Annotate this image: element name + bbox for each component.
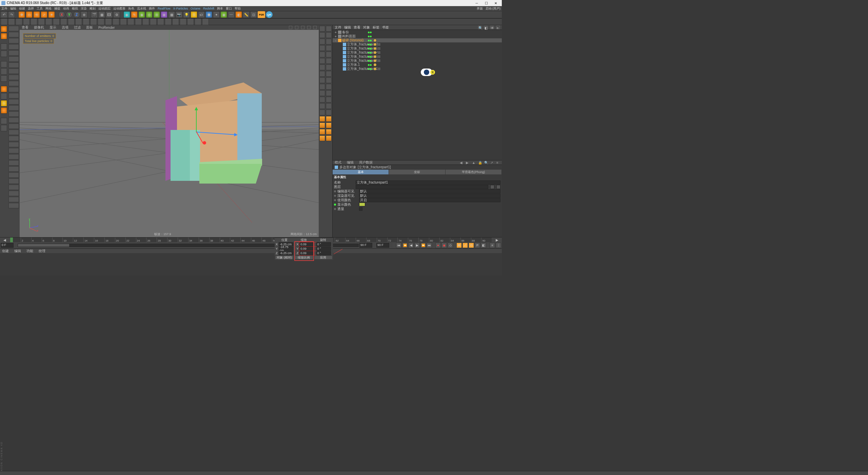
objmgr-menu-item[interactable]: 书签 xyxy=(382,25,389,30)
toolbar-button[interactable] xyxy=(319,77,325,83)
world-axis-button[interactable]: ⊕ xyxy=(81,11,87,18)
toolbar-button[interactable] xyxy=(8,69,19,74)
display-color-swatch[interactable] xyxy=(359,203,365,206)
new-window-icon[interactable]: ↗ xyxy=(490,161,494,164)
layout-dropdown[interactable]: 启动 (用户) xyxy=(486,6,501,11)
toolbar-button[interactable] xyxy=(319,52,325,57)
toolbar-button[interactable] xyxy=(319,32,325,38)
name-field[interactable]: 立方体_fracturepart1 xyxy=(356,180,500,185)
toolbar-button[interactable] xyxy=(195,18,201,25)
toolbar-button[interactable] xyxy=(8,111,19,117)
tree-toggle[interactable]: - xyxy=(334,39,337,42)
toolbar-button[interactable] xyxy=(326,64,332,70)
make-editable-button[interactable] xyxy=(1,26,7,32)
toolbar-button[interactable] xyxy=(202,18,209,25)
toolbar-button[interactable] xyxy=(83,18,90,25)
phong-tag-icon[interactable] xyxy=(373,43,377,46)
scale-tool[interactable]: ⤢ xyxy=(41,11,47,18)
rotate-tool[interactable]: ⟲ xyxy=(33,11,40,18)
viewport-menu-item[interactable]: 过滤 xyxy=(74,25,81,30)
play-back-button[interactable]: ◀ xyxy=(408,243,414,248)
snap-toggle[interactable]: ⊡ xyxy=(250,11,257,18)
viewport-menu-item[interactable]: 摄像机 xyxy=(34,25,44,30)
material-manager[interactable] xyxy=(0,253,502,276)
toolbar-button[interactable] xyxy=(326,71,332,77)
toolbar-button[interactable] xyxy=(157,18,164,25)
measure-button[interactable]: 📏 xyxy=(243,11,250,18)
toolbar-button[interactable] xyxy=(8,166,19,172)
menu-item-plugin[interactable]: RealFlow xyxy=(158,7,171,10)
toolbar-button[interactable] xyxy=(319,39,325,44)
timeline-playhead[interactable] xyxy=(10,238,13,242)
select-tool[interactable]: ▭ xyxy=(26,11,33,18)
minimize-button[interactable]: ─ xyxy=(472,0,481,6)
tag-button[interactable]: 🏷 xyxy=(198,11,205,18)
xray-checkbox[interactable] xyxy=(359,207,362,211)
toolbar-button[interactable] xyxy=(180,18,186,25)
toolbar-button[interactable] xyxy=(8,50,19,56)
scene-object-cube[interactable] xyxy=(165,82,267,181)
layer-prev-button[interactable] xyxy=(490,185,494,189)
viewport-menu-item[interactable]: 查看 xyxy=(22,25,28,30)
menu-item-plugin[interactable]: Redshift xyxy=(203,7,214,10)
menu-item-plugin[interactable]: Octane xyxy=(191,7,200,10)
toolbar-button[interactable] xyxy=(172,18,179,25)
matmgr-menu-item[interactable]: 纹理 xyxy=(39,249,45,253)
toolbar-button[interactable] xyxy=(8,172,19,178)
coord-apply-button[interactable]: 应用 xyxy=(314,255,333,260)
ruler-end[interactable]: ▶ xyxy=(492,238,502,242)
coord-rot-field[interactable]: 0 ° xyxy=(316,251,331,255)
uvw-tag-icon[interactable] xyxy=(377,59,381,62)
toolbar-button[interactable] xyxy=(31,18,37,25)
toolbar-button[interactable] xyxy=(326,84,332,90)
spinner[interactable] xyxy=(373,243,376,248)
render-pv-button[interactable]: 🎞 xyxy=(106,11,113,18)
toolbar-button[interactable] xyxy=(326,26,332,32)
menu-item[interactable]: 文件 xyxy=(1,6,7,11)
attr-tab[interactable]: 平滑着色(Phong) xyxy=(446,170,502,174)
play-button[interactable]: ▶ xyxy=(414,243,420,248)
toolbar-button[interactable] xyxy=(8,178,19,184)
model-mode-button[interactable] xyxy=(1,33,7,39)
viewport-maximize-button[interactable] xyxy=(313,26,317,29)
toolbar-button[interactable] xyxy=(23,18,30,25)
coord-scalemode-dropdown[interactable]: 缩放比例 xyxy=(294,255,313,260)
toolbar-button[interactable] xyxy=(8,18,15,25)
axis-mode-button[interactable] xyxy=(1,86,7,92)
key-rot-button[interactable]: ⟲ xyxy=(469,243,474,248)
viewport-nav-button[interactable] xyxy=(295,26,298,29)
toolbar-button[interactable] xyxy=(8,75,19,80)
uvw-tag-icon[interactable] xyxy=(377,43,381,46)
toolbar-button[interactable] xyxy=(135,18,142,25)
eye-icon[interactable]: 👁 xyxy=(490,26,494,29)
poly-mode-button[interactable] xyxy=(1,75,7,82)
tree-toggle[interactable]: + xyxy=(334,31,337,34)
redo-button[interactable]: ↷ xyxy=(8,11,15,18)
texture-mode-button[interactable] xyxy=(1,43,7,50)
spinner[interactable] xyxy=(390,243,393,248)
toolbar-button[interactable] xyxy=(319,103,325,109)
timeline-options-button[interactable]: ⋮ xyxy=(496,243,501,248)
toolbar-button[interactable] xyxy=(8,203,19,208)
toolbar-button[interactable] xyxy=(319,90,325,96)
timeline-options-button[interactable]: ≡ xyxy=(490,243,495,248)
spinner[interactable] xyxy=(14,243,17,248)
attrmgr-menu-item[interactable]: 模式 xyxy=(335,160,341,165)
phong-tag-icon[interactable] xyxy=(373,51,377,54)
workplane-mode-button[interactable] xyxy=(1,51,7,57)
toolbar-button[interactable] xyxy=(8,105,19,111)
menu-item[interactable]: 创建 xyxy=(19,6,25,11)
range-end-field[interactable]: 90 F xyxy=(359,243,372,248)
lock-x-button[interactable]: X xyxy=(58,11,65,18)
phong-tag-icon[interactable] xyxy=(373,67,377,71)
lock-icon[interactable]: 🔒 xyxy=(478,161,481,164)
toolbar-button[interactable] xyxy=(326,129,332,135)
toolbar-button[interactable] xyxy=(8,99,19,104)
object-tree[interactable]: +备份+构料面面-破碎 (Voronoi)立方体_fracturepart1立方… xyxy=(333,30,502,160)
uvw-tag-icon[interactable] xyxy=(377,67,381,71)
viewport-solo-button[interactable] xyxy=(1,118,7,124)
toolbar-button[interactable] xyxy=(150,18,157,25)
undo-button[interactable]: ↶ xyxy=(1,11,7,18)
nav-fwd-icon[interactable]: ▶ xyxy=(466,161,469,164)
toolbar-button[interactable] xyxy=(326,103,332,109)
